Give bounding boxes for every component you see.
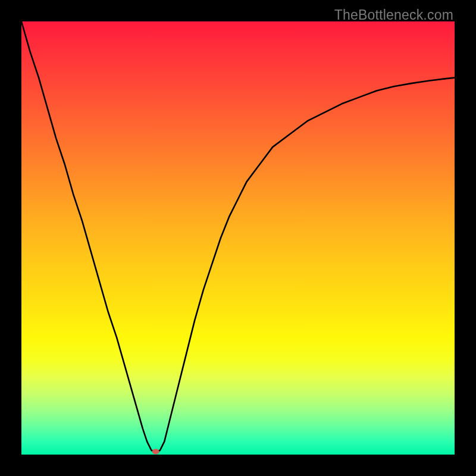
plot-area (21, 21, 455, 455)
optimum-marker (152, 449, 159, 454)
chart-frame: TheBottleneck.com (0, 0, 476, 476)
bottleneck-curve (21, 21, 455, 455)
watermark-text: TheBottleneck.com (334, 7, 453, 23)
